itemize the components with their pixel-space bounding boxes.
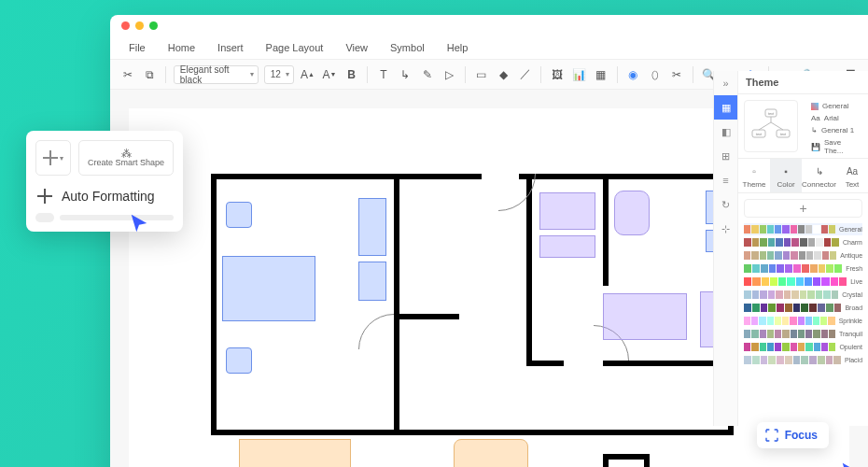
menu-file[interactable]: File xyxy=(129,42,146,53)
fill-color-button[interactable]: ◉ xyxy=(624,65,640,84)
table-button[interactable]: ▦ xyxy=(593,65,609,84)
auto-formatting-label[interactable]: Auto Formatting xyxy=(62,189,155,204)
svg-text:text: text xyxy=(768,111,775,116)
palette-general[interactable]: General xyxy=(744,223,862,235)
pen-tool-button[interactable]: ✎ xyxy=(419,65,435,84)
font-family-select[interactable]: Elegant soft black xyxy=(174,65,259,84)
palette-crystal[interactable]: Crystal xyxy=(744,289,862,301)
smart-shape-popup: ▾ ⁂ Create Smart Shape Auto Formatting xyxy=(26,131,183,232)
history-tab-button[interactable]: ↻ xyxy=(714,192,737,217)
add-theme-button[interactable]: + xyxy=(744,199,862,218)
menu-view[interactable]: View xyxy=(345,42,368,53)
cut-button[interactable]: ✂ xyxy=(119,65,135,84)
increase-font-button[interactable]: A▲ xyxy=(300,65,315,84)
shapes-button[interactable]: ▭ xyxy=(473,65,489,84)
quick-theme-save[interactable]: 💾Save The... xyxy=(804,136,868,157)
floorplan-drawing[interactable] xyxy=(211,174,734,467)
line-button[interactable]: ／ xyxy=(517,65,533,84)
chart-button[interactable]: 📊 xyxy=(571,65,587,84)
app-window: File Home Insert Page Layout View Symbol… xyxy=(110,15,868,467)
palette-antique[interactable]: Antique xyxy=(744,249,862,262)
focus-button[interactable]: Focus xyxy=(757,422,829,448)
crop-button[interactable]: ✂ xyxy=(668,65,684,84)
svg-line-5 xyxy=(771,122,783,130)
theme-preview[interactable]: texttexttext xyxy=(744,100,798,152)
theme-panel: Theme texttexttext General AaArial ↳Gene… xyxy=(737,71,868,426)
palette-fresh[interactable]: Fresh xyxy=(744,262,862,275)
menu-insert[interactable]: Insert xyxy=(217,42,244,53)
fill-button[interactable]: ◆ xyxy=(495,65,511,84)
auto-formatting-icon xyxy=(35,187,54,205)
menubar: File Home Insert Page Layout View Symbol… xyxy=(110,35,868,60)
theme-panel-title: Theme xyxy=(738,71,868,94)
palette-charm[interactable]: Charm xyxy=(744,236,862,248)
svg-text:text: text xyxy=(756,132,763,136)
theme-sub-tabs: ▫Theme ▪Color ↳Connector AaText xyxy=(738,158,868,193)
connector-tool-button[interactable]: ↳ xyxy=(398,65,413,84)
palette-tranquil[interactable]: Tranquil xyxy=(744,328,862,340)
quick-theme-font[interactable]: AaArial xyxy=(804,112,868,124)
focus-icon xyxy=(764,428,779,443)
layers-tab-button[interactable]: ≡ xyxy=(714,168,737,192)
quick-theme-general[interactable]: General xyxy=(804,100,868,112)
line-color-button[interactable]: ⬯ xyxy=(647,65,663,84)
svg-line-4 xyxy=(759,122,771,130)
auto-formatting-slider[interactable] xyxy=(35,213,174,222)
color-palettes: GeneralCharmAntiqueFreshLiveCrystalBroad… xyxy=(738,223,868,366)
menu-home[interactable]: Home xyxy=(168,42,195,53)
font-size-select[interactable]: 12 xyxy=(264,65,294,84)
image-button[interactable]: 🖼 xyxy=(549,65,565,84)
bold-button[interactable]: B xyxy=(343,65,359,84)
menu-help[interactable]: Help xyxy=(447,42,469,53)
close-window-button[interactable] xyxy=(121,21,130,30)
tab-color[interactable]: ▪Color xyxy=(770,159,802,192)
svg-text:text: text xyxy=(780,132,787,136)
palette-sprinkle[interactable]: Sprinkle xyxy=(744,315,862,327)
layout-tab-button[interactable]: ⊞ xyxy=(714,144,737,168)
tab-text[interactable]: AaText xyxy=(836,159,868,192)
palette-placid[interactable]: Placid xyxy=(744,354,862,366)
theme-tab-button[interactable]: ▦ xyxy=(714,95,737,120)
focus-label: Focus xyxy=(785,429,818,442)
right-toolbar: » ▦ ◧ ⊞ ≡ ↻ ⊹ xyxy=(713,71,737,426)
expand-panel-button[interactable]: » xyxy=(714,71,737,95)
quick-theme-connector[interactable]: ↳General 1 xyxy=(804,124,868,136)
style-tab-button[interactable]: ◧ xyxy=(714,120,737,144)
smart-shape-icon-button[interactable]: ▾ xyxy=(35,140,71,176)
create-smart-shape-button[interactable]: ⁂ Create Smart Shape xyxy=(78,140,174,176)
tab-connector[interactable]: ↳Connector xyxy=(802,159,836,192)
pointer-tool-button[interactable]: ▷ xyxy=(441,65,456,84)
copy-button[interactable]: ⧉ xyxy=(141,65,157,84)
palette-opulent[interactable]: Opulent xyxy=(744,341,862,353)
palette-live[interactable]: Live xyxy=(744,276,862,288)
tab-theme[interactable]: ▫Theme xyxy=(738,159,770,192)
measure-tab-button[interactable]: ⊹ xyxy=(714,217,737,241)
minimize-window-button[interactable] xyxy=(135,21,144,30)
titlebar xyxy=(110,15,868,35)
menu-symbol[interactable]: Symbol xyxy=(390,42,425,53)
decrease-font-button[interactable]: A▼ xyxy=(321,65,337,84)
menu-page-layout[interactable]: Page Layout xyxy=(266,42,324,53)
text-tool-button[interactable]: T xyxy=(375,65,391,84)
palette-broad[interactable]: Broad xyxy=(744,302,862,314)
maximize-window-button[interactable] xyxy=(149,21,158,30)
